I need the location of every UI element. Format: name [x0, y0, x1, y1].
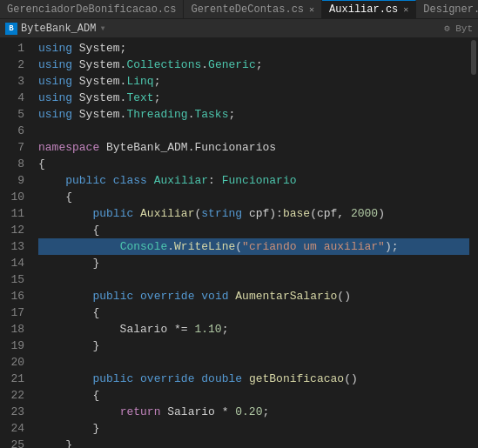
token-kw: override	[140, 371, 194, 387]
token-plain: .	[201, 57, 208, 73]
code-line-22: {	[38, 387, 469, 404]
token-plain: {	[38, 156, 45, 172]
token-str: "criando um auxiliar"	[242, 238, 385, 255]
token-type: Collections	[126, 57, 201, 73]
line-number-17: 17	[0, 304, 24, 321]
token-kw: void	[201, 288, 228, 304]
tab-designer-label: Designer.cs	[423, 3, 478, 16]
code-line-13: Console.WriteLine("criando um auxiliar")…	[38, 238, 469, 255]
token-plain: .	[188, 106, 195, 123]
code-line-9: public class Auxiliar: Funcionario	[38, 172, 469, 189]
line-number-8: 8	[0, 156, 24, 172]
token-plain	[147, 172, 154, 189]
line-number-1: 1	[0, 40, 24, 57]
token-plain: System.	[72, 106, 126, 123]
token-plain: {	[38, 304, 99, 321]
code-line-14: }	[38, 255, 469, 271]
code-line-24: }	[38, 420, 469, 437]
token-plain: System.	[72, 90, 126, 106]
breadcrumb-right: ⚙ Byt	[444, 23, 473, 34]
token-num: 2000	[351, 205, 378, 222]
token-plain	[194, 288, 201, 304]
scrollbar-thumb[interactable]	[471, 40, 476, 75]
tab-gerente-close[interactable]: ✕	[309, 4, 314, 15]
tab-auxiliar[interactable]: Auxiliar.cs ✕	[322, 0, 416, 19]
token-type: Linq	[126, 73, 153, 90]
token-kw: public	[92, 288, 133, 304]
token-num: 1.10	[194, 321, 221, 338]
line-number-5: 5	[0, 106, 24, 123]
line-number-11: 11	[0, 205, 24, 222]
token-plain: ;	[256, 57, 263, 73]
breadcrumb-project[interactable]: ByteBank_ADM	[21, 23, 96, 35]
token-kw: using	[38, 106, 72, 123]
token-plain: :	[208, 172, 222, 189]
line-number-19: 19	[0, 338, 24, 354]
token-type: Auxiliar	[154, 172, 208, 189]
tab-designer[interactable]: Designer.cs	[416, 0, 478, 19]
token-plain: {	[38, 222, 99, 238]
line-number-2: 2	[0, 57, 24, 73]
line-number-4: 4	[0, 90, 24, 106]
tab-bar: GerenciadorDeBonificacao.cs GerenteDeCon…	[0, 0, 478, 19]
token-plain	[38, 371, 92, 387]
code-line-15	[38, 271, 469, 288]
token-plain: {	[38, 189, 72, 205]
token-method: WriteLine	[174, 238, 235, 255]
token-plain: Salario *	[160, 404, 235, 420]
token-num: 0.20	[235, 404, 262, 420]
token-plain	[133, 288, 140, 304]
token-kw: using	[38, 57, 72, 73]
code-line-10: {	[38, 189, 469, 205]
token-plain	[38, 172, 65, 189]
token-plain: (	[235, 238, 242, 255]
code-line-3: using System.Linq;	[38, 73, 469, 90]
breadcrumb-bar: B ByteBank_ADM ▾ ⚙ Byt	[0, 19, 478, 38]
line-number-7: 7	[0, 139, 24, 156]
line-number-23: 23	[0, 404, 24, 420]
tab-gerenciador[interactable]: GerenciadorDeBonificacao.cs	[0, 0, 184, 19]
line-number-25: 25	[0, 437, 24, 448]
token-plain	[194, 371, 201, 387]
token-plain: );	[385, 238, 399, 255]
tab-gerente[interactable]: GerenteDeContas.cs ✕	[184, 0, 322, 19]
token-method: getBonificacao	[249, 371, 344, 387]
token-plain: ;	[262, 404, 269, 420]
token-plain	[38, 238, 120, 255]
token-plain: {	[38, 387, 99, 404]
code-line-1: using System;	[38, 40, 469, 57]
line-number-21: 21	[0, 371, 24, 387]
code-line-5: using System.Threading.Tasks;	[38, 106, 469, 123]
tab-auxiliar-close[interactable]: ✕	[403, 4, 408, 15]
token-plain	[133, 371, 140, 387]
token-kw: double	[201, 371, 242, 387]
code-line-12: {	[38, 222, 469, 238]
token-kw2: namespace	[38, 139, 99, 156]
token-type: Console	[120, 238, 168, 255]
code-line-23: return Salario * 0.20;	[38, 404, 469, 420]
line-number-9: 9	[0, 172, 24, 189]
token-kw: override	[140, 288, 194, 304]
token-plain: System;	[72, 40, 126, 57]
code-line-17: {	[38, 304, 469, 321]
token-plain: (cpf,	[310, 205, 351, 222]
code-area[interactable]: using System;using System.Collections.Ge…	[31, 38, 469, 448]
token-plain	[38, 288, 92, 304]
token-plain: ;	[154, 90, 161, 106]
scrollbar[interactable]	[469, 38, 478, 448]
token-method: base	[283, 205, 310, 222]
token-plain: ()	[337, 288, 351, 304]
line-number-20: 20	[0, 354, 24, 371]
token-kw: public	[92, 205, 133, 222]
line-number-3: 3	[0, 73, 24, 90]
token-plain: System.	[72, 57, 126, 73]
token-plain	[133, 205, 140, 222]
breadcrumb-separator: ▾	[99, 22, 105, 35]
token-plain: }	[38, 420, 99, 437]
code-line-25: }	[38, 437, 469, 448]
token-plain	[242, 371, 249, 387]
line-number-10: 10	[0, 189, 24, 205]
token-type: Threading	[126, 106, 187, 123]
code-line-8: {	[38, 156, 469, 172]
token-plain: System.	[72, 73, 126, 90]
